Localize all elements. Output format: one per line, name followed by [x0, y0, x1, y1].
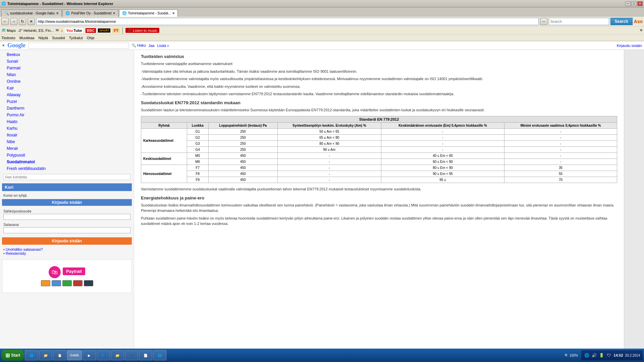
section1-p1: -Valmistajalla tulee olla tehokas ja jat… [141, 69, 617, 74]
sidebar-item-sunair[interactable]: Sunair [0, 58, 134, 65]
forward-button[interactable]: → [10, 18, 17, 25]
bookmark-listen[interactable]: 🎵 Listen to music [125, 28, 159, 33]
register-link[interactable]: • Rekisteröidy [3, 251, 130, 255]
google-search-input[interactable] [28, 43, 129, 49]
files-icon: 📁 [115, 354, 119, 357]
login-bar[interactable]: Kirjaudu sisään [2, 199, 132, 206]
google-kirjaudu[interactable]: Kirjaudu sisään [617, 44, 642, 48]
tab-label: suodatusluokat - Google-haku [10, 11, 55, 15]
bookmark-bbc[interactable]: BBC [86, 28, 96, 33]
start-button[interactable]: ⊞ Start [1, 350, 24, 361]
menu-tiedosto[interactable]: Tiedosto [1, 36, 15, 40]
menu-nayta[interactable]: Näytä [38, 36, 48, 40]
table-row: F9 450 - 95 ≤ 70 [141, 177, 617, 183]
taskbar-app[interactable]: 📋 [53, 350, 66, 360]
taskbar-chrome[interactable]: 🔵 [97, 350, 110, 360]
menu-ohje[interactable]: Ohje [87, 36, 95, 40]
sidebar-item-suodatinmatot[interactable]: Suodatinmatot [0, 159, 134, 165]
taskbar-explorer[interactable]: 📁 [39, 350, 52, 360]
go-button[interactable]: → [540, 18, 547, 25]
back-button[interactable]: ← [1, 18, 9, 25]
menu-bar: Tiedosto Muokkaa Näytä Suosikit Työkalut… [0, 34, 644, 41]
section4-p2: Puhtaan suodattimen paine-häviön lisäksi… [141, 216, 617, 227]
bookmark-amazon[interactable]: a [61, 28, 63, 33]
col-luokka: Luokka [187, 123, 208, 129]
class-g2: G2 [187, 135, 208, 141]
login-button[interactable]: Kirjaudu sisään [2, 237, 132, 245]
col-min: Minimi erotusaste vaatimus 0,4µmcn hiukk… [504, 123, 617, 129]
bookmark-youtube[interactable]: YouTube [65, 28, 83, 33]
close-google-bar[interactable]: ✕ [2, 44, 5, 47]
sidebar-item-haato[interactable]: Haato [0, 118, 134, 125]
app-icon: 📋 [58, 354, 62, 357]
bookmark-ft[interactable]: FT [112, 28, 119, 33]
google-bar: ✕ Google 🔍 Haku Jaa Lisää » Kirjaudu sis… [0, 41, 644, 50]
forgot-link[interactable]: • Unohditko salasanasi? [3, 247, 130, 251]
google-lisaa[interactable]: Lisää » [157, 44, 169, 48]
tab-google-search[interactable]: 🔍 suodatusluokat - Google-haku ✕ [1, 9, 62, 17]
table-row: F8 450 - 90 ≤ Em < 95 55 [141, 171, 617, 177]
sidebar-item-polypussit[interactable]: Polypussit [0, 152, 134, 159]
stop-button[interactable]: ✕ [28, 18, 35, 25]
bookmark-bbc-sport[interactable]: SPORT [98, 28, 110, 33]
menu-suosikit[interactable]: Suosikit [52, 36, 65, 40]
maximize-button[interactable]: □ [631, 1, 637, 6]
bookmark-temperature[interactable]: -2° Helsinki, ES, Fin... [18, 28, 54, 33]
taskbar-pdf[interactable]: 📄 [139, 350, 152, 360]
taskbar-ie[interactable]: 🌐 [25, 350, 38, 360]
taskbar-cads[interactable]: CADS [67, 350, 82, 360]
sidebar-item-iloxair[interactable]: Iloxair [0, 132, 134, 138]
minimize-button[interactable]: ─ [625, 1, 631, 6]
left-sidebar: Beekux Sunair Parmair Nilan Onnline Kair… [0, 50, 134, 362]
taskbar-media[interactable]: ▶ [83, 350, 96, 360]
sidebar-item-beekux[interactable]: Beekux [0, 51, 134, 58]
close-bar-icon[interactable]: ✕ [640, 28, 643, 33]
sidebar-item-purmo[interactable]: Purmo Air [0, 112, 134, 118]
tab-label: Toimintatapamme - Suodat... [128, 11, 171, 15]
class-f7: F7 [187, 165, 208, 171]
refresh-button[interactable]: ↻ [19, 18, 26, 25]
bookmark-mail[interactable]: ✉ [56, 28, 59, 33]
bookmark-maps[interactable]: 🗺️ Maps [1, 28, 16, 33]
paytrail-banner: 🛍 Paytrail [2, 259, 132, 293]
tabs-bar: 🔍 suodatusluokat - Google-haku ✕ 🌐 PelaF… [0, 7, 644, 17]
tab-close-icon[interactable]: ✕ [56, 11, 59, 15]
search-field[interactable] [3, 174, 130, 180]
sidebar-item-merair[interactable]: Merair [0, 145, 134, 152]
main-content: Tuotteiden valmistus Tuotteidemme valmis… [134, 50, 624, 362]
taskbar-ie2[interactable]: 🌐 [153, 350, 166, 360]
sidebar-item-nibe[interactable]: Nibe [0, 138, 134, 145]
sidebar-item-puzer[interactable]: Puzer [0, 98, 134, 105]
address-input[interactable] [36, 18, 539, 25]
paytrail-logo: Paytrail [63, 267, 85, 275]
tab-toimintatapamme[interactable]: 🌐 Toimintatapamme - Suodat... ✕ [119, 9, 178, 17]
tab-pelafilter[interactable]: 🌐 PelaFilter Oy - Suodattimet ✕ [62, 9, 118, 17]
tab-close-icon[interactable]: ✕ [113, 11, 115, 15]
google-haku[interactable]: 🔍 Haku [131, 43, 146, 48]
start-label: Start [11, 353, 20, 358]
close-button[interactable]: ✕ [637, 1, 643, 6]
class-g1: G1 [187, 129, 208, 135]
password-input[interactable] [3, 227, 130, 233]
sidebar-item-onnline[interactable]: Onnline [0, 78, 134, 85]
search-input[interactable] [549, 18, 609, 25]
sidebar-item-karhu[interactable]: Karhu [0, 125, 134, 132]
sidebar-item-fresh[interactable]: Fresh venttiilisuodatin [0, 165, 134, 172]
sidebar-item-nilan[interactable]: Nilan [0, 71, 134, 78]
taskbar-word[interactable]: W [125, 350, 138, 360]
sidebar-item-kair[interactable]: Kair [0, 85, 134, 92]
col-pressure: Loppupainehäviö (testaus) Pa [208, 123, 277, 129]
sidebar-item-allaway[interactable]: Allaway [0, 92, 134, 98]
menu-muokkaa[interactable]: Muokkaa [19, 36, 35, 40]
email-input[interactable] [3, 214, 130, 220]
taskbar-files[interactable]: 📁 [111, 350, 124, 360]
sidebar-item-parmair[interactable]: Parmair [0, 65, 134, 71]
tab-label: PelaFilter Oy - Suodattimet [71, 11, 111, 15]
sidebar-item-dantherm[interactable]: Dantherm [0, 105, 134, 112]
google-jaa[interactable]: Jaa [149, 44, 155, 48]
class-g4: G4 [187, 147, 208, 153]
tab-close-icon[interactable]: ✕ [172, 11, 175, 15]
search-button[interactable]: Search [610, 18, 633, 25]
menu-tyokalut[interactable]: Työkalut [69, 36, 83, 40]
right-sidebar [624, 50, 644, 362]
